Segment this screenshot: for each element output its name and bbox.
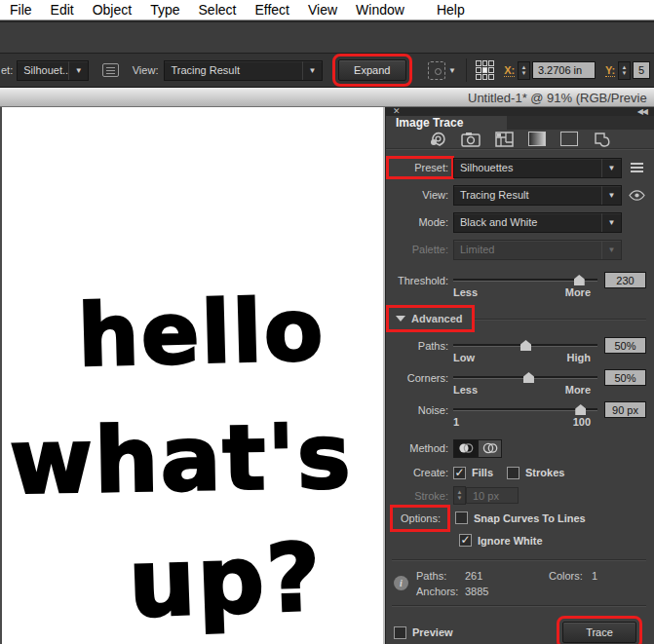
x-stepper[interactable]: ▲▼ <box>518 61 530 80</box>
preset-menu-slot <box>627 163 646 172</box>
eye-icon[interactable] <box>629 190 645 201</box>
high-color-icon[interactable] <box>461 132 481 147</box>
traced-artwork-line2[interactable]: what's <box>9 404 353 514</box>
preset-menu-icon[interactable] <box>631 163 643 172</box>
artboard-canvas[interactable]: hello what's up? <box>0 107 385 644</box>
less-label: Less <box>453 286 478 298</box>
corners-scale-labels: Less More <box>453 384 591 396</box>
divider <box>475 319 646 320</box>
snap-curves-checkbox[interactable] <box>455 511 468 524</box>
panel-body: Preset: Silhouettes ▼ View: Tracing Resu… <box>386 149 654 644</box>
paths-slider[interactable] <box>453 340 597 351</box>
corners-slider-thumb[interactable] <box>523 372 534 383</box>
method-overlapping-button[interactable] <box>478 439 502 458</box>
stroke-row: Stroke: ▲▼ 10 px <box>392 486 646 505</box>
auto-color-icon[interactable] <box>428 130 446 148</box>
isolate-selection-icon[interactable] <box>428 61 445 80</box>
high-label: High <box>567 352 591 363</box>
options-row: Options: Snap Curves To Lines <box>392 511 646 525</box>
outline-icon[interactable] <box>593 131 612 147</box>
menu-object[interactable]: Object <box>93 2 132 18</box>
noise-scale-labels: 1 100 <box>453 416 591 428</box>
preview-checkbox[interactable] <box>394 626 406 639</box>
panel-header: ✕ ◀◀ <box>386 107 654 116</box>
threshold-slider[interactable] <box>453 275 597 285</box>
x-input[interactable]: 3.2706 in <box>532 61 596 79</box>
app-band <box>0 20 654 53</box>
snap-curves-label: Snap Curves To Lines <box>474 512 586 524</box>
view-label: View: <box>133 64 159 76</box>
noise-value-field[interactable]: 90 px <box>604 401 646 418</box>
menu-file[interactable]: File <box>10 2 32 18</box>
traced-artwork-line3[interactable]: up? <box>127 523 325 639</box>
advanced-label: Advanced <box>411 313 463 324</box>
stroke-label: Stroke: <box>392 490 448 502</box>
expand-button[interactable]: Expand <box>338 59 406 81</box>
view-dropdown[interactable]: Tracing Result ▼ <box>164 60 322 81</box>
threshold-slider-thumb[interactable] <box>574 275 585 285</box>
info-colors-label: Colors: <box>549 570 592 582</box>
corners-slider[interactable] <box>453 372 597 383</box>
info-anchors-label: Anchors: <box>416 586 465 597</box>
black-and-white-icon[interactable] <box>560 132 578 146</box>
view-dropdown-panel[interactable]: Tracing Result ▼ <box>453 185 622 206</box>
create-label: Create: <box>392 467 448 478</box>
paths-scale-labels: Low High <box>453 352 591 363</box>
image-trace-panel-toggle-icon[interactable] <box>102 63 119 77</box>
document-title-bar: Untitled-1* @ 91% (RGB/Previe <box>0 88 654 107</box>
noise-slider[interactable] <box>453 404 597 415</box>
palette-label: Palette: <box>392 244 448 255</box>
min-label: 1 <box>453 416 459 428</box>
menu-edit[interactable]: Edit <box>51 2 74 18</box>
menu-view[interactable]: View <box>308 2 337 18</box>
stroke-stepper: ▲▼ <box>453 486 466 505</box>
tracing-preset-dropdown[interactable]: Silhouet... ▼ <box>17 60 89 81</box>
strokes-checkbox[interactable] <box>507 467 519 479</box>
image-trace-panel: ✕ ◀◀ Image Trace <box>385 107 654 644</box>
chevron-down-icon[interactable]: ▼ <box>448 66 456 75</box>
noise-slider-thumb[interactable] <box>575 404 586 415</box>
preset-dropdown[interactable]: Silhouettes ▼ <box>453 158 622 178</box>
mode-dropdown[interactable]: Black and White ▼ <box>453 212 622 233</box>
more-label: More <box>565 384 591 396</box>
close-icon[interactable]: ✕ <box>393 107 401 116</box>
corners-value-field[interactable]: 50% <box>604 369 646 386</box>
grayscale-icon[interactable] <box>528 132 546 146</box>
x-label: X: <box>504 64 515 77</box>
menu-effect[interactable]: Effect <box>254 2 289 18</box>
traced-artwork-line1[interactable]: hello <box>77 280 327 387</box>
chevron-down-icon: ▼ <box>601 213 621 232</box>
menu-type[interactable]: Type <box>150 2 179 18</box>
method-label: Method: <box>392 442 448 454</box>
view-row: View: Tracing Result ▼ <box>392 184 646 206</box>
menu-bar: File Edit Object Type Select Effect View… <box>0 0 654 20</box>
control-bar: et: Silhouet... ▼ View: Tracing Result ▼… <box>0 53 654 88</box>
low-color-icon[interactable] <box>495 132 514 147</box>
view-label: View: <box>392 189 448 201</box>
advanced-disclosure[interactable]: Advanced <box>392 311 469 326</box>
preset-label: Preset: <box>392 162 448 173</box>
menu-help[interactable]: Help <box>437 2 465 18</box>
threshold-label: Threshold: <box>392 275 448 286</box>
fills-checkbox[interactable]: ✓ <box>453 467 466 479</box>
method-abutting-button[interactable] <box>453 439 478 458</box>
collapse-panel-icon[interactable]: ◀◀ <box>637 107 647 116</box>
chevron-down-icon: ▼ <box>601 241 621 259</box>
tab-image-trace[interactable]: Image Trace <box>386 116 507 130</box>
reference-point-icon[interactable] <box>476 60 494 80</box>
illustrator-window: File Edit Object Type Select Effect View… <box>0 0 654 644</box>
paths-slider-thumb[interactable] <box>520 340 531 351</box>
menu-window[interactable]: Window <box>356 2 404 18</box>
paths-value-field[interactable]: 50% <box>604 337 646 354</box>
advanced-section-header: Advanced <box>392 308 646 329</box>
mode-row: Mode: Black and White ▼ <box>392 211 646 233</box>
options-label: Options: <box>396 511 444 526</box>
menu-select[interactable]: Select <box>199 2 237 18</box>
ignore-white-checkbox[interactable]: ✓ <box>459 534 472 547</box>
create-row: Create: ✓ Fills Strokes <box>392 465 646 480</box>
threshold-value-field[interactable]: 230 <box>604 272 646 288</box>
y-input[interactable]: 5 <box>633 61 650 79</box>
info-paths-label: Paths: <box>416 570 465 582</box>
trace-button[interactable]: Trace <box>562 622 636 643</box>
y-stepper[interactable]: ▲▼ <box>618 61 631 80</box>
